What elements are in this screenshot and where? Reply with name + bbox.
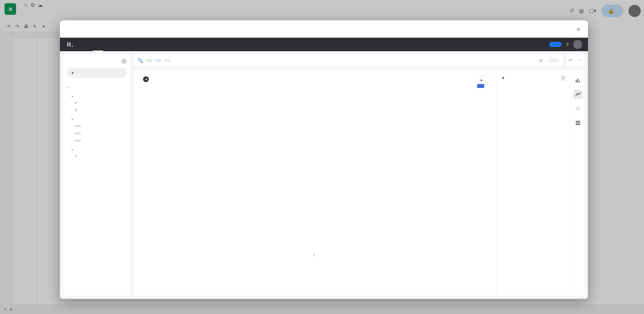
- move-icon[interactable]: ⧉: [31, 2, 34, 8]
- user-avatar[interactable]: [629, 5, 641, 17]
- close-icon[interactable]: ✕: [576, 26, 581, 33]
- thoughtspot-logo-icon: [66, 40, 74, 49]
- upgrade-button[interactable]: [549, 42, 562, 47]
- sparkle-icon: ✦: [501, 75, 505, 81]
- tab-search-data[interactable]: [93, 38, 103, 51]
- sheets-logo-icon: ▦: [5, 3, 16, 15]
- chip-month[interactable]: [164, 59, 170, 62]
- field-producttype[interactable]: ᴀʙᴄ: [66, 122, 127, 129]
- settings-icon[interactable]: ⚙: [573, 104, 582, 113]
- col-header-a[interactable]: [13, 32, 37, 37]
- ts-user-avatar[interactable]: [573, 40, 582, 49]
- meet-icon[interactable]: ▢▾: [589, 8, 596, 14]
- clear-source-icon[interactable]: –: [121, 58, 127, 64]
- col-header-b[interactable]: [37, 32, 62, 37]
- chip-daily[interactable]: [155, 59, 161, 62]
- comments-icon[interactable]: ▤: [579, 8, 584, 14]
- bar-chart-icon[interactable]: [573, 76, 582, 85]
- undo-icon[interactable]: ↶: [7, 24, 11, 29]
- star-icon[interactable]: ☆: [23, 2, 28, 8]
- text-icon: ᴀʙᴄ: [75, 131, 81, 135]
- lock-icon: 🔒: [608, 8, 614, 14]
- history-icon[interactable]: ↺: [570, 8, 574, 14]
- undo-search-icon[interactable]: ↶: [569, 58, 573, 63]
- group-attribute[interactable]: ⌄: [66, 114, 127, 122]
- cloud-icon[interactable]: ☁: [38, 2, 43, 8]
- print-icon[interactable]: 🖶: [24, 24, 28, 29]
- close-explain-icon[interactable]: ✕: [560, 75, 566, 81]
- line-chart-icon[interactable]: [573, 90, 582, 99]
- thoughtspot-modal: ✕ ? – ✦ ⌄ ⌄ #: [60, 20, 588, 299]
- svg-rect-6: [576, 121, 580, 122]
- svg-rect-1: [69, 43, 71, 47]
- chart-legend: [477, 84, 487, 88]
- data-source-retail[interactable]: ⌄: [66, 83, 127, 91]
- redo-search-icon[interactable]: ↷: [578, 58, 582, 63]
- field-region[interactable]: ᴀʙᴄ: [66, 129, 127, 137]
- calendar-icon: ◔: [75, 154, 81, 158]
- clear-search-icon[interactable]: ✕: [536, 58, 546, 63]
- chip-sales[interactable]: [146, 59, 152, 62]
- svg-rect-3: [576, 80, 577, 82]
- auto-search-button[interactable]: ✦: [66, 68, 127, 78]
- ai-explain-panel: ✦ ✕: [496, 70, 571, 296]
- sparkle-icon: ✦: [480, 78, 483, 83]
- group-measure[interactable]: ⌄: [66, 91, 127, 99]
- search-input[interactable]: 🔍 ✕: [133, 54, 563, 67]
- zoom-select[interactable]: ▾: [41, 24, 45, 29]
- all-sheets-icon[interactable]: ≡: [10, 307, 13, 312]
- field-date[interactable]: ◔: [66, 152, 127, 160]
- ai-explain-button[interactable]: ✦: [475, 76, 491, 85]
- svg-rect-7: [576, 122, 580, 123]
- svg-point-2: [72, 46, 73, 47]
- field-sales[interactable]: #: [66, 107, 127, 114]
- data-panel: – ✦ ⌄ ⌄ # # ⌄ ᴀʙᴄ ᴀʙᴄ ᴀʙᴄ ⌄ ◔: [63, 54, 130, 296]
- svg-rect-8: [576, 124, 580, 125]
- table-icon[interactable]: [573, 118, 582, 127]
- field-state[interactable]: ᴀʙᴄ: [66, 137, 127, 144]
- text-icon: ᴀʙᴄ: [75, 124, 81, 128]
- help-icon[interactable]: ?: [566, 42, 569, 47]
- redo-icon[interactable]: ↷: [15, 24, 19, 29]
- svg-rect-0: [67, 43, 69, 47]
- svg-rect-5: [579, 81, 580, 82]
- field-quantitysold[interactable]: #: [66, 99, 127, 107]
- number-icon: #: [75, 108, 81, 112]
- text-icon: ᴀʙᴄ: [75, 138, 81, 143]
- spotiq-icon[interactable]: ✦: [143, 76, 149, 82]
- share-button[interactable]: 🔒: [601, 5, 623, 17]
- line-chart[interactable]: [140, 82, 490, 250]
- tab-auto-insights[interactable]: [82, 38, 93, 51]
- paint-icon[interactable]: ✎: [33, 24, 37, 29]
- chevron-down-icon: ⌄: [66, 85, 69, 89]
- add-sheet-icon[interactable]: ＋: [3, 306, 7, 312]
- group-date[interactable]: ⌄: [66, 144, 127, 152]
- svg-rect-4: [577, 79, 578, 82]
- search-icon: 🔍: [137, 58, 143, 63]
- go-button[interactable]: [549, 59, 559, 62]
- sparkle-icon: ✦: [71, 71, 74, 75]
- download-icon: ⇩: [312, 253, 315, 257]
- number-icon: #: [75, 101, 81, 105]
